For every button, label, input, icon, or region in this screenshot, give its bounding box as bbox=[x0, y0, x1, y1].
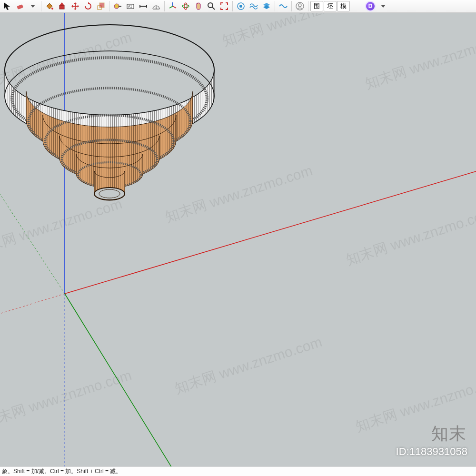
plugin-wave2-icon[interactable] bbox=[277, 0, 289, 12]
user-icon[interactable] bbox=[294, 0, 306, 12]
axes-tool-icon[interactable] bbox=[167, 0, 179, 12]
separator bbox=[109, 1, 109, 11]
svg-line-37 bbox=[0, 179, 65, 294]
svg-marker-7 bbox=[88, 2, 90, 4]
axes-overlay bbox=[0, 13, 476, 466]
svg-text:A1: A1 bbox=[128, 5, 132, 8]
mode-button-3[interactable]: 模 bbox=[337, 1, 350, 11]
id-watermark: ID:1183931058 bbox=[396, 446, 467, 458]
protractor-icon[interactable] bbox=[150, 0, 162, 12]
move-tool-icon[interactable] bbox=[69, 0, 81, 12]
svg-point-22 bbox=[184, 3, 187, 10]
svg-rect-11 bbox=[119, 6, 121, 7]
svg-line-24 bbox=[212, 7, 215, 10]
status-bar: 象。Shift = 加/减。Ctrl = 加。Shift + Ctrl = 减。 bbox=[0, 466, 476, 476]
svg-line-36 bbox=[65, 294, 176, 466]
svg-rect-1 bbox=[17, 4, 23, 10]
separator bbox=[164, 1, 165, 11]
svg-marker-2 bbox=[30, 5, 35, 8]
select-tool-icon[interactable] bbox=[1, 0, 13, 12]
separator bbox=[291, 1, 292, 11]
status-text: 象。Shift = 加/减。Ctrl = 加。Shift + Ctrl = 减。 bbox=[2, 467, 121, 476]
svg-rect-9 bbox=[99, 3, 104, 8]
push-pull-icon[interactable] bbox=[56, 0, 69, 12]
svg-point-26 bbox=[239, 5, 242, 8]
zoom-extents-icon[interactable] bbox=[218, 0, 230, 12]
mode-button-2[interactable]: 坯 bbox=[324, 1, 337, 11]
dimension-tool-icon[interactable]: A1 bbox=[124, 0, 137, 12]
3d-viewport[interactable]: 知末网 www.znzmo.com 知末网 www.znzmo.com 知末网 … bbox=[0, 13, 476, 466]
dropdown-arrow-icon[interactable] bbox=[377, 0, 389, 12]
tape-measure-icon[interactable] bbox=[111, 0, 124, 12]
svg-line-20 bbox=[169, 6, 173, 8]
svg-marker-28 bbox=[263, 5, 270, 9]
orbit-tool-icon[interactable] bbox=[179, 0, 192, 12]
separator bbox=[41, 1, 41, 11]
pan-tool-icon[interactable] bbox=[192, 0, 205, 12]
scale-tool-icon[interactable] bbox=[95, 0, 107, 12]
paint-bucket-icon[interactable] bbox=[43, 0, 56, 12]
plugin-wave-icon[interactable] bbox=[248, 0, 260, 12]
brand-watermark: 知末 bbox=[431, 422, 466, 446]
svg-point-30 bbox=[298, 4, 301, 7]
svg-line-34 bbox=[65, 170, 476, 294]
separator bbox=[232, 1, 233, 11]
dropdown-arrow-icon[interactable] bbox=[27, 0, 39, 12]
plugin-gear-icon[interactable] bbox=[235, 0, 247, 12]
separator bbox=[275, 1, 275, 11]
svg-point-4 bbox=[51, 8, 53, 10]
svg-marker-6 bbox=[60, 2, 64, 5]
rotate-tool-icon[interactable] bbox=[82, 0, 94, 12]
mode-button-1[interactable]: 围 bbox=[310, 1, 323, 11]
svg-point-23 bbox=[208, 3, 213, 8]
zoom-tool-icon[interactable] bbox=[205, 0, 218, 12]
separator bbox=[352, 1, 352, 11]
svg-point-10 bbox=[114, 4, 119, 9]
main-toolbar: A1 围 坯 模 D bbox=[0, 0, 476, 13]
round-plugin-icon[interactable]: D bbox=[364, 0, 377, 12]
eraser-tool-icon[interactable] bbox=[14, 0, 26, 12]
svg-rect-5 bbox=[60, 5, 64, 9]
svg-marker-31 bbox=[381, 5, 386, 8]
text-tool-icon[interactable] bbox=[137, 0, 149, 12]
plugin-layers-icon[interactable] bbox=[260, 0, 273, 12]
svg-line-19 bbox=[173, 6, 176, 8]
svg-line-35 bbox=[0, 294, 65, 317]
svg-point-21 bbox=[182, 5, 189, 8]
svg-marker-0 bbox=[4, 2, 10, 10]
separator bbox=[308, 1, 308, 11]
